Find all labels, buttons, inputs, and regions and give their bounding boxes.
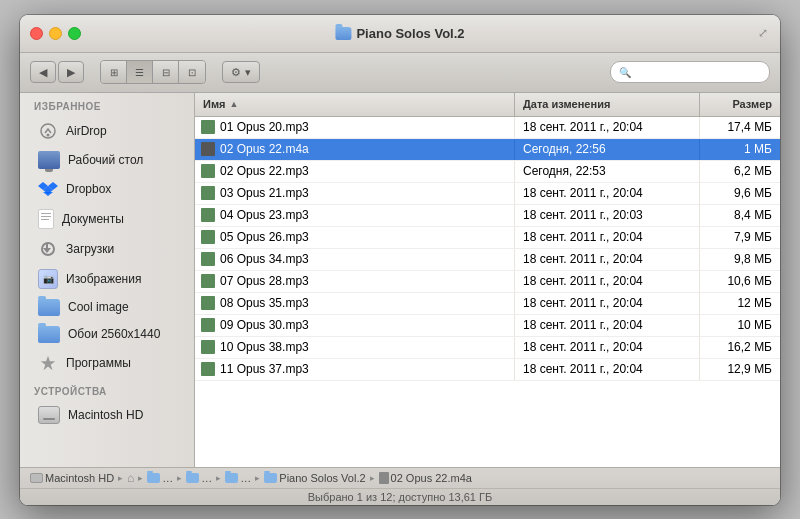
file-type-icon: [201, 230, 215, 244]
back-button[interactable]: ◀: [30, 61, 56, 83]
file-name: 02 Opus 22.m4a: [220, 142, 309, 156]
file-name: 10 Opus 38.mp3: [220, 340, 309, 354]
sidebar-item-downloads[interactable]: Загрузки: [24, 234, 190, 264]
cell-date: 18 сент. 2011 г., 20:04: [515, 117, 700, 138]
airdrop-icon: [38, 121, 58, 141]
table-row[interactable]: 02 Opus 22.mp3 Сегодня, 22:53 6,2 МБ: [195, 161, 780, 183]
table-row[interactable]: 05 Opus 26.mp3 18 сент. 2011 г., 20:04 7…: [195, 227, 780, 249]
sidebar-item-desktop[interactable]: Рабочий стол: [24, 146, 190, 174]
path-item[interactable]: Macintosh HD: [30, 472, 114, 484]
minimize-button[interactable]: [49, 27, 62, 40]
table-row[interactable]: 04 Opus 23.mp3 18 сент. 2011 г., 20:03 8…: [195, 205, 780, 227]
sidebar-item-images[interactable]: 📷 Изображения: [24, 264, 190, 294]
path-bar: Macintosh HD▸⌂▸…▸…▸…▸Piano Solos Vol.2▸0…: [20, 468, 780, 489]
path-arrow: ▸: [255, 473, 260, 483]
cell-date: 18 сент. 2011 г., 20:04: [515, 249, 700, 270]
folder-path-icon: [186, 473, 199, 483]
path-arrow: ▸: [138, 473, 143, 483]
table-row[interactable]: 09 Opus 30.mp3 18 сент. 2011 г., 20:04 1…: [195, 315, 780, 337]
col-date-header[interactable]: Дата изменения: [515, 93, 700, 116]
maximize-button[interactable]: [68, 27, 81, 40]
table-row[interactable]: 10 Opus 38.mp3 18 сент. 2011 г., 20:04 1…: [195, 337, 780, 359]
view-list-button[interactable]: ☰: [127, 61, 153, 83]
file-name: 04 Opus 23.mp3: [220, 208, 309, 222]
wallpapers-icon: [38, 326, 60, 343]
sidebar-item-dropbox[interactable]: Dropbox: [24, 174, 190, 204]
cell-size: 16,2 МБ: [700, 337, 780, 358]
file-name: 07 Opus 28.mp3: [220, 274, 309, 288]
resize-button[interactable]: ⤢: [756, 26, 770, 40]
svg-point-1: [47, 133, 50, 136]
file-list: Имя ▲ Дата изменения Размер 01 Opus 20.m…: [195, 93, 780, 467]
cell-name: 03 Opus 21.mp3: [195, 183, 515, 204]
cell-name: 09 Opus 30.mp3: [195, 315, 515, 336]
documents-icon: [38, 209, 54, 229]
nav-buttons: ◀ ▶: [30, 61, 84, 83]
cell-size: 1 МБ: [700, 139, 780, 160]
file-type-icon: [201, 120, 215, 134]
wallpapers-label: Обои 2560x1440: [68, 327, 160, 341]
hdd-icon: [38, 406, 60, 424]
cell-size: 6,2 МБ: [700, 161, 780, 182]
sidebar-item-apps[interactable]: Программы: [24, 348, 190, 378]
file-type-icon: [201, 208, 215, 222]
cell-name: 05 Opus 26.mp3: [195, 227, 515, 248]
action-button[interactable]: ⚙ ▾: [222, 61, 260, 83]
dropbox-icon: [38, 179, 58, 199]
coolimage-icon: [38, 299, 60, 316]
documents-label: Документы: [62, 212, 124, 226]
images-icon: 📷: [38, 269, 58, 289]
cell-date: Сегодня, 22:53: [515, 161, 700, 182]
cell-date: 18 сент. 2011 г., 20:04: [515, 183, 700, 204]
path-arrow: ▸: [370, 473, 375, 483]
col-size-header[interactable]: Размер: [700, 93, 780, 116]
search-box[interactable]: 🔍: [610, 61, 770, 83]
folder-path-icon: [264, 473, 277, 483]
cell-size: 9,8 МБ: [700, 249, 780, 270]
view-columns-button[interactable]: ⊟: [153, 61, 179, 83]
table-row[interactable]: 07 Opus 28.mp3 18 сент. 2011 г., 20:04 1…: [195, 271, 780, 293]
sidebar-item-wallpapers[interactable]: Обои 2560x1440: [24, 321, 190, 348]
folder-path-icon: [225, 473, 238, 483]
desktop-label: Рабочий стол: [68, 153, 143, 167]
table-row[interactable]: 08 Opus 35.mp3 18 сент. 2011 г., 20:04 1…: [195, 293, 780, 315]
main-content: ИЗБРАННОЕ AirDrop Рабочий стол: [20, 93, 780, 467]
close-button[interactable]: [30, 27, 43, 40]
cell-size: 17,4 МБ: [700, 117, 780, 138]
table-row[interactable]: 06 Opus 34.mp3 18 сент. 2011 г., 20:04 9…: [195, 249, 780, 271]
path-item[interactable]: …: [186, 472, 212, 484]
col-name-header[interactable]: Имя ▲: [195, 93, 515, 116]
path-item[interactable]: ⌂: [127, 471, 134, 485]
file-type-icon: [201, 296, 215, 310]
view-icons-button[interactable]: ⊞: [101, 61, 127, 83]
cell-name: 08 Opus 35.mp3: [195, 293, 515, 314]
file-name: 09 Opus 30.mp3: [220, 318, 309, 332]
macintosh-label: Macintosh HD: [68, 408, 143, 422]
file-type-icon: [201, 340, 215, 354]
file-name: 05 Opus 26.mp3: [220, 230, 309, 244]
sidebar-item-documents[interactable]: Документы: [24, 204, 190, 234]
file-list-body: 01 Opus 20.mp3 18 сент. 2011 г., 20:04 1…: [195, 117, 780, 467]
table-row[interactable]: 01 Opus 20.mp3 18 сент. 2011 г., 20:04 1…: [195, 117, 780, 139]
sort-arrow: ▲: [229, 99, 238, 109]
table-row[interactable]: 11 Opus 37.mp3 18 сент. 2011 г., 20:04 1…: [195, 359, 780, 381]
cell-size: 9,6 МБ: [700, 183, 780, 204]
sidebar-item-macintosh[interactable]: Macintosh HD: [24, 401, 190, 429]
cell-date: 18 сент. 2011 г., 20:04: [515, 271, 700, 292]
sidebar-item-airdrop[interactable]: AirDrop: [24, 116, 190, 146]
cell-date: Сегодня, 22:56: [515, 139, 700, 160]
table-row[interactable]: 03 Opus 21.mp3 18 сент. 2011 г., 20:04 9…: [195, 183, 780, 205]
forward-button[interactable]: ▶: [58, 61, 84, 83]
cell-size: 7,9 МБ: [700, 227, 780, 248]
table-row[interactable]: 02 Opus 22.m4a Сегодня, 22:56 1 МБ: [195, 139, 780, 161]
path-item[interactable]: …: [225, 472, 251, 484]
path-item[interactable]: …: [147, 472, 173, 484]
view-cover-button[interactable]: ⊡: [179, 61, 205, 83]
titlebar: Piano Solos Vol.2 ⤢: [20, 15, 780, 53]
search-input[interactable]: [635, 66, 761, 78]
status-bar: Macintosh HD▸⌂▸…▸…▸…▸Piano Solos Vol.2▸0…: [20, 467, 780, 505]
path-item[interactable]: Piano Solos Vol.2: [264, 472, 365, 484]
path-item[interactable]: 02 Opus 22.m4a: [379, 472, 472, 484]
sidebar-item-coolimage[interactable]: Cool image: [24, 294, 190, 321]
cell-name: 04 Opus 23.mp3: [195, 205, 515, 226]
